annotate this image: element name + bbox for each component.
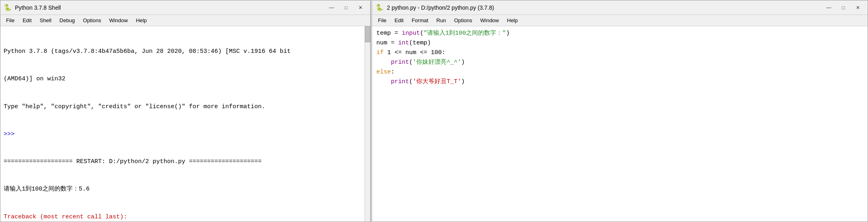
shell-separator: =================== RESTART: D:/python/2… [4, 157, 367, 166]
shell-input-prompt: 请输入1到100之间的数字：5.6 [4, 184, 367, 194]
shell-titlebar: 🐍 Python 3.7.8 Shell ― □ ✕ [0, 0, 370, 15]
shell-line-3: Type "help", "copyright", "credits" or "… [4, 102, 367, 111]
editor-menu-run[interactable]: Run [432, 17, 450, 24]
scrollbar[interactable] [365, 26, 370, 222]
menu-debug[interactable]: Debug [55, 17, 79, 24]
code-indent-1 [376, 58, 391, 67]
editor-titlebar-left: 🐍 2 python.py - D:/python/2 python.py (3… [375, 4, 494, 12]
shell-error-header: Traceback (most recent call last): [4, 212, 367, 222]
editor-menu-file[interactable]: File [374, 17, 390, 24]
code-var-temp: temp [376, 29, 391, 38]
code-line-2: num = int (temp) [376, 38, 864, 48]
shell-window: 🐍 Python 3.7.8 Shell ― □ ✕ File Edit She… [0, 0, 371, 222]
shell-content-area[interactable]: Python 3.7.8 (tags/v3.7.8:4b47a5b6ba, Ju… [0, 26, 370, 222]
menu-help[interactable]: Help [132, 17, 151, 24]
code-indent-2 [376, 77, 391, 87]
menu-file[interactable]: File [2, 17, 19, 24]
code-if-condition: 1 <= num <= 100: [384, 48, 445, 58]
code-str-ugly: '你大爷好丑T_T' [413, 77, 461, 87]
editor-content-area[interactable]: temp = input ( "请输入1到100之间的数字：" ) num = … [372, 26, 868, 222]
code-print-paren-3: ( [409, 77, 413, 87]
editor-python-icon: 🐍 [375, 4, 384, 12]
editor-title: 2 python.py - D:/python/2 python.py (3.7… [387, 4, 494, 11]
code-str-nice: '你妹好漂亮^_^' [413, 58, 461, 67]
code-line-6: print ( '你大爷好丑T_T' ) [376, 77, 864, 87]
code-paren-2: ) [506, 29, 509, 38]
editor-menu-window[interactable]: Window [476, 17, 503, 24]
editor-menu-help[interactable]: Help [503, 17, 522, 24]
code-func-print-1: print [391, 58, 409, 67]
code-str-prompt: "请输入1到100之间的数字：" [424, 29, 506, 38]
code-line-5: else : [376, 67, 864, 77]
code-paren-1: ( [420, 29, 424, 38]
shell-output: Python 3.7.8 (tags/v3.7.8:4b47a5b6ba, Ju… [4, 29, 367, 222]
shell-title: Python 3.7.8 Shell [15, 4, 61, 11]
code-line-4: print ( '你妹好漂亮^_^' ) [376, 58, 864, 67]
minimize-button[interactable]: ― [325, 3, 338, 12]
editor-menu-format[interactable]: Format [408, 17, 432, 24]
code-var-num: num [376, 38, 387, 48]
python-icon: 🐍 [4, 4, 12, 12]
shell-prompt-1: >>> [4, 130, 367, 139]
shell-menubar: File Edit Shell Debug Options Window Hel… [0, 15, 370, 26]
editor-menu-edit[interactable]: Edit [390, 17, 407, 24]
code-line-1: temp = input ( "请输入1到100之间的数字：" ) [376, 29, 864, 38]
editor-menu-options[interactable]: Options [450, 17, 476, 24]
code-func-print-2: print [391, 77, 409, 87]
editor-close-button[interactable]: ✕ [851, 3, 864, 12]
code-int-args: (temp) [409, 38, 431, 48]
code-line-3: if 1 <= num <= 100: [376, 48, 864, 58]
code-kw-if: if [376, 48, 384, 58]
code-print-paren-4: ) [461, 77, 465, 87]
menu-options[interactable]: Options [79, 17, 105, 24]
editor-maximize-button[interactable]: □ [837, 3, 850, 12]
code-assign-2: = [387, 38, 398, 48]
menu-window[interactable]: Window [105, 17, 132, 24]
scrollbar-thumb[interactable] [365, 26, 370, 42]
code-func-int: int [398, 38, 409, 48]
titlebar-left: 🐍 Python 3.7.8 Shell [4, 4, 61, 12]
code-else-colon: : [391, 67, 394, 77]
code-func-input: input [402, 29, 420, 38]
code-kw-else: else [376, 67, 391, 77]
window-controls[interactable]: ― □ ✕ [325, 3, 367, 12]
editor-titlebar: 🐍 2 python.py - D:/python/2 python.py (3… [372, 0, 868, 15]
editor-window: 🐍 2 python.py - D:/python/2 python.py (3… [372, 0, 868, 222]
shell-line-1: Python 3.7.8 (tags/v3.7.8:4b47a5b6ba, Ju… [4, 47, 367, 56]
editor-minimize-button[interactable]: ― [822, 3, 835, 12]
shell-line-2: (AMD64)] on win32 [4, 74, 367, 84]
close-button[interactable]: ✕ [354, 3, 367, 12]
code-print-paren-2: ) [461, 58, 465, 67]
menu-edit[interactable]: Edit [19, 17, 36, 24]
maximize-button[interactable]: □ [340, 3, 352, 12]
code-print-paren-1: ( [409, 58, 413, 67]
editor-menubar: File Edit Format Run Options Window Help [372, 15, 868, 26]
code-assign-1: = [391, 29, 402, 38]
menu-shell[interactable]: Shell [36, 17, 55, 24]
editor-window-controls[interactable]: ― □ ✕ [822, 3, 864, 12]
